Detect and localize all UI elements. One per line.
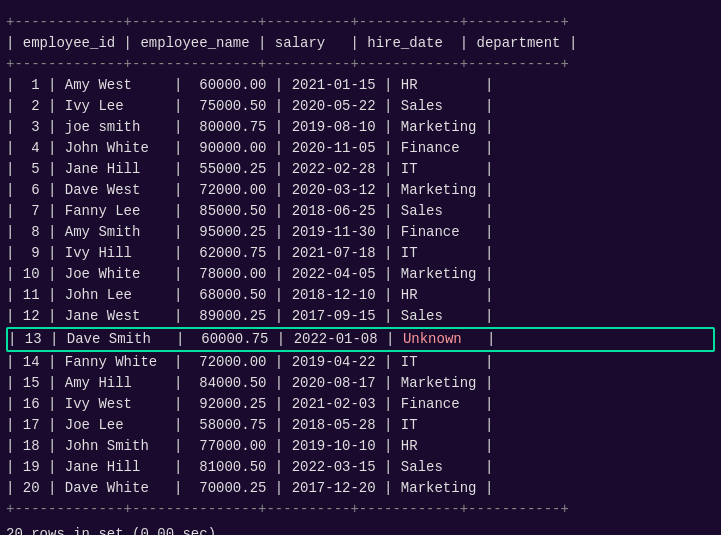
table-row: | 11 | John Lee | 68000.50 | 2018-12-10 …	[6, 285, 715, 306]
table-row: | 5 | Jane Hill | 55000.25 | 2022-02-28 …	[6, 159, 715, 180]
table-row: | 10 | Joe White | 78000.00 | 2022-04-05…	[6, 264, 715, 285]
table-row: | 6 | Dave West | 72000.00 | 2020-03-12 …	[6, 180, 715, 201]
unknown-badge: Unknown	[403, 331, 462, 347]
table-row: | 8 | Amy Smith | 95000.25 | 2019-11-30 …	[6, 222, 715, 243]
table-row: | 17 | Joe Lee | 58000.75 | 2018-05-28 |…	[6, 415, 715, 436]
table-row: | 15 | Amy Hill | 84000.50 | 2020-08-17 …	[6, 373, 715, 394]
table-row: | 20 | Dave White | 70000.25 | 2017-12-2…	[6, 478, 715, 499]
table-row: | 19 | Jane Hill | 81000.50 | 2022-03-15…	[6, 457, 715, 478]
table-row: | 9 | Ivy Hill | 62000.75 | 2021-07-18 |…	[6, 243, 715, 264]
top-separator: +-------------+---------------+---------…	[6, 12, 715, 33]
terminal: +-------------+---------------+---------…	[4, 8, 717, 535]
table-row: | 1 | Amy West | 60000.00 | 2021-01-15 |…	[6, 75, 715, 96]
table-row: | 16 | Ivy West | 92000.25 | 2021-02-03 …	[6, 394, 715, 415]
table-row: | 12 | Jane West | 89000.25 | 2017-09-15…	[6, 306, 715, 327]
table-row: | 7 | Fanny Lee | 85000.50 | 2018-06-25 …	[6, 201, 715, 222]
table-row: | 2 | Ivy Lee | 75000.50 | 2020-05-22 | …	[6, 96, 715, 117]
table-row: | 3 | joe smith | 80000.75 | 2019-08-10 …	[6, 117, 715, 138]
table-row: | 13 | Dave Smith | 60000.75 | 2022-01-0…	[6, 327, 715, 352]
header-row: | employee_id | employee_name | salary |…	[6, 33, 715, 54]
table-row: | 4 | John White | 90000.00 | 2020-11-05…	[6, 138, 715, 159]
bottom-separator: +-------------+---------------+---------…	[6, 499, 715, 520]
header-separator: +-------------+---------------+---------…	[6, 54, 715, 75]
table-row: | 18 | John Smith | 77000.00 | 2019-10-1…	[6, 436, 715, 457]
table-row: | 14 | Fanny White | 72000.00 | 2019-04-…	[6, 352, 715, 373]
table-body: | 1 | Amy West | 60000.00 | 2021-01-15 |…	[6, 75, 715, 499]
status-line: 20 rows in set (0.00 sec)	[6, 522, 715, 535]
